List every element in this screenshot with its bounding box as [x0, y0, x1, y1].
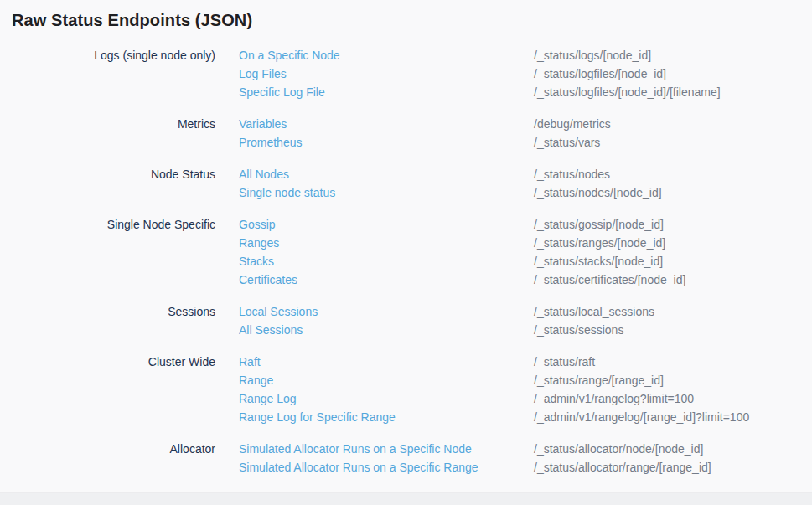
endpoint-group: Node Status All Nodes /_status/nodes Sin… [0, 165, 812, 202]
endpoint-link[interactable]: Gossip [239, 215, 534, 234]
endpoint-link[interactable]: All Nodes [239, 165, 534, 183]
endpoint-row: Local Sessions /_status/local_sessions [215, 302, 812, 321]
endpoint-row: Simulated Allocator Runs on a Specific N… [215, 440, 812, 458]
endpoint-link[interactable]: Ranges [239, 234, 534, 252]
endpoint-path: /_status/gossip/[node_id] [534, 215, 812, 234]
endpoint-rows: Local Sessions /_status/local_sessions A… [215, 302, 812, 339]
endpoint-rows: On a Specific Node /_status/logs/[node_i… [215, 46, 812, 101]
endpoint-category-label: Single Node Specific [0, 215, 215, 289]
endpoint-rows: Raft /_status/raft Range /_status/range/… [215, 353, 812, 426]
endpoint-row: Certificates /_status/certificates/[node… [215, 271, 812, 289]
endpoint-path: /_status/stacks/[node_id] [534, 252, 812, 271]
endpoint-link[interactable]: Range [239, 371, 534, 389]
endpoint-path: /_status/logfiles/[node_id]/[filename] [534, 83, 812, 101]
bottom-section-edge [0, 492, 812, 505]
endpoint-group: Single Node Specific Gossip /_status/gos… [0, 215, 812, 289]
endpoint-path: /_status/allocator/node/[node_id] [534, 440, 812, 458]
endpoint-row: Single node status /_status/nodes/[node_… [215, 183, 812, 202]
endpoint-rows: Gossip /_status/gossip/[node_id] Ranges … [215, 215, 812, 289]
endpoint-link[interactable]: Prometheus [239, 133, 534, 152]
endpoint-category-label: Allocator [0, 440, 215, 477]
endpoint-path: /_status/nodes/[node_id] [534, 183, 812, 202]
endpoint-row: On a Specific Node /_status/logs/[node_i… [215, 46, 812, 64]
endpoint-groups: Logs (single node only) On a Specific No… [0, 46, 812, 477]
endpoint-link[interactable]: Simulated Allocator Runs on a Specific N… [239, 440, 534, 458]
endpoint-path: /debug/metrics [534, 115, 812, 133]
endpoint-row: Range /_status/range/[range_id] [215, 371, 812, 389]
endpoint-row: All Nodes /_status/nodes [215, 165, 812, 183]
endpoint-path: /_status/ranges/[node_id] [534, 234, 812, 252]
endpoint-link[interactable]: Log Files [239, 64, 534, 83]
raw-status-endpoints-page: Raw Status Endpoints (JSON) Logs (single… [0, 0, 812, 505]
endpoint-rows: Variables /debug/metrics Prometheus /_st… [215, 115, 812, 152]
endpoint-row: Variables /debug/metrics [215, 115, 812, 133]
endpoint-row: Specific Log File /_status/logfiles/[nod… [215, 83, 812, 101]
endpoint-row: Simulated Allocator Runs on a Specific R… [215, 458, 812, 477]
endpoint-link[interactable]: Raft [239, 353, 534, 371]
endpoint-path: /_status/allocator/range/[range_id] [534, 458, 812, 477]
endpoint-link[interactable]: Variables [239, 115, 534, 133]
endpoint-path: /_status/logfiles/[node_id] [534, 64, 812, 83]
endpoint-path: /_status/certificates/[node_id] [534, 271, 812, 289]
endpoint-link[interactable]: Range Log [239, 389, 534, 408]
endpoint-link[interactable]: On a Specific Node [239, 46, 534, 64]
endpoint-path: /_admin/v1/rangelog/[range_id]?limit=100 [534, 408, 812, 426]
endpoint-link[interactable]: Stacks [239, 252, 534, 271]
endpoint-row: Range Log /_admin/v1/rangelog?limit=100 [215, 389, 812, 408]
endpoint-link[interactable]: Specific Log File [239, 83, 534, 101]
endpoint-path: /_status/nodes [534, 165, 812, 183]
endpoint-row: Prometheus /_status/vars [215, 133, 812, 152]
endpoint-link[interactable]: All Sessions [239, 321, 534, 339]
endpoint-group: Sessions Local Sessions /_status/local_s… [0, 302, 812, 339]
endpoint-row: Log Files /_status/logfiles/[node_id] [215, 64, 812, 83]
endpoint-link[interactable]: Local Sessions [239, 302, 534, 321]
endpoint-group: Logs (single node only) On a Specific No… [0, 46, 812, 101]
endpoint-row: Ranges /_status/ranges/[node_id] [215, 234, 812, 252]
endpoint-rows: Simulated Allocator Runs on a Specific N… [215, 440, 812, 477]
endpoint-group: Cluster Wide Raft /_status/raft Range /_… [0, 353, 812, 426]
endpoint-group: Allocator Simulated Allocator Runs on a … [0, 440, 812, 477]
endpoint-row: Stacks /_status/stacks/[node_id] [215, 252, 812, 271]
endpoint-category-label: Logs (single node only) [0, 46, 215, 101]
endpoint-row: All Sessions /_status/sessions [215, 321, 812, 339]
endpoint-row: Range Log for Specific Range /_admin/v1/… [215, 408, 812, 426]
endpoint-path: /_status/local_sessions [534, 302, 812, 321]
endpoint-category-label: Sessions [0, 302, 215, 339]
endpoint-path: /_status/vars [534, 133, 812, 152]
endpoint-link[interactable]: Single node status [239, 183, 534, 202]
endpoint-path: /_status/logs/[node_id] [534, 46, 812, 64]
endpoint-category-label: Metrics [0, 115, 215, 152]
endpoint-rows: All Nodes /_status/nodes Single node sta… [215, 165, 812, 202]
endpoint-group: Metrics Variables /debug/metrics Prometh… [0, 115, 812, 152]
endpoint-category-label: Cluster Wide [0, 353, 215, 426]
endpoint-category-label: Node Status [0, 165, 215, 202]
endpoint-path: /_admin/v1/rangelog?limit=100 [534, 389, 812, 408]
endpoint-path: /_status/sessions [534, 321, 812, 339]
endpoint-link[interactable]: Simulated Allocator Runs on a Specific R… [239, 458, 534, 477]
endpoint-path: /_status/range/[range_id] [534, 371, 812, 389]
page-title: Raw Status Endpoints (JSON) [12, 11, 812, 29]
endpoint-path: /_status/raft [534, 353, 812, 371]
endpoint-row: Gossip /_status/gossip/[node_id] [215, 215, 812, 234]
endpoint-link[interactable]: Certificates [239, 271, 534, 289]
endpoint-link[interactable]: Range Log for Specific Range [239, 408, 534, 426]
endpoint-row: Raft /_status/raft [215, 353, 812, 371]
